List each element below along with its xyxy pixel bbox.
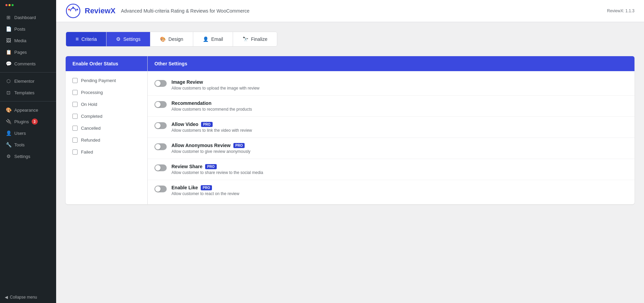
setting-image-review: Image Review Allow customers to upload t… xyxy=(148,75,634,96)
sidebar-item-plugins[interactable]: 🔌 Plugins 3 xyxy=(0,116,56,127)
sidebar-item-posts[interactable]: 📄 Posts xyxy=(0,23,56,35)
brand-name: ReviewX xyxy=(85,6,116,15)
sidebar-item-dashboard[interactable]: ⊞ Dashboard xyxy=(0,12,56,23)
finalize-icon: 🔭 xyxy=(243,36,248,42)
order-status-header-label: Enable Order Status xyxy=(72,61,118,66)
sidebar-item-label: Dashboard xyxy=(14,15,36,20)
list-item: Completed xyxy=(66,110,147,122)
refunded-checkbox[interactable] xyxy=(72,138,78,143)
media-icon: 🖼 xyxy=(5,37,12,44)
setting-allow-video: Allow Video PRO Allow customers to link … xyxy=(148,117,634,138)
sidebar-item-media[interactable]: 🖼 Media xyxy=(0,35,56,46)
review-share-pro-badge: PRO xyxy=(205,164,217,169)
list-item: Cancelled xyxy=(66,122,147,134)
completed-checkbox[interactable] xyxy=(72,114,78,119)
sidebar-item-label: Plugins xyxy=(14,119,29,124)
sidebar-divider-2 xyxy=(0,101,56,101)
allow-anonymous-toggle[interactable] xyxy=(154,143,167,150)
minimize-dot[interactable] xyxy=(9,4,11,6)
failed-checkbox[interactable] xyxy=(72,149,78,155)
list-item: Failed xyxy=(66,146,147,158)
maximize-dot[interactable] xyxy=(12,4,14,6)
cancelled-checkbox[interactable] xyxy=(72,126,78,131)
allow-anonymous-info: Allow Anonymous Review PRO Allow custome… xyxy=(171,143,628,154)
image-review-info: Image Review Allow customers to upload t… xyxy=(171,79,628,91)
review-share-name: Review Share xyxy=(171,164,202,169)
image-review-title-row: Image Review xyxy=(171,79,628,85)
list-item: Processing xyxy=(66,86,147,98)
completed-label: Completed xyxy=(81,114,102,119)
sidebar-item-label: Pages xyxy=(14,50,27,55)
brand-tagline: Advanced Multi-criteria Rating & Reviews… xyxy=(121,8,250,14)
sidebar-item-label: Users xyxy=(14,131,26,136)
tab-finalize[interactable]: 🔭 Finalize xyxy=(233,32,277,46)
dashboard-icon: ⊞ xyxy=(5,14,12,20)
recommendation-desc: Allow customers to recommend the product… xyxy=(171,107,628,112)
sidebar-item-templates[interactable]: ⊡ Templates xyxy=(0,87,56,98)
posts-icon: 📄 xyxy=(5,26,12,32)
image-review-desc: Allow customers to upload the image with… xyxy=(171,86,628,91)
pending-payment-checkbox[interactable] xyxy=(72,78,78,83)
failed-label: Failed xyxy=(81,149,93,155)
settings-icon: ⚙ xyxy=(5,153,12,159)
tab-email-label: Email xyxy=(211,36,223,42)
collapse-menu-button[interactable]: ◀ Collapse menu xyxy=(0,291,56,303)
sidebar-nav: ⊞ Dashboard 📄 Posts 🖼 Media 📋 Pages 💬 Co… xyxy=(0,10,56,291)
content-area: ≡ Criteria ⚙ Settings 🎨 Design 👤 Email 🔭… xyxy=(56,22,644,303)
close-dot[interactable] xyxy=(5,4,7,6)
allow-video-toggle[interactable] xyxy=(154,122,167,129)
comments-icon: 💬 xyxy=(5,61,12,67)
sidebar-item-label: Tools xyxy=(14,142,24,147)
window-controls xyxy=(0,0,56,10)
design-icon: 🎨 xyxy=(160,36,166,42)
plugins-icon: 🔌 xyxy=(5,118,12,125)
sidebar-item-users[interactable]: 👤 Users xyxy=(0,127,56,139)
recommendation-info: Recommendation Allow customers to recomm… xyxy=(171,100,628,112)
cancelled-label: Cancelled xyxy=(81,126,101,131)
setting-recommendation: Recommendation Allow customers to recomm… xyxy=(148,96,634,117)
sidebar-item-elementor[interactable]: ⬡ Elementor xyxy=(0,75,56,87)
other-settings-header-label: Other Settings xyxy=(154,61,187,66)
on-hold-checkbox[interactable] xyxy=(72,102,78,107)
image-review-toggle[interactable] xyxy=(154,80,167,87)
recommendation-toggle[interactable] xyxy=(154,101,167,108)
plugins-badge: 3 xyxy=(32,118,38,125)
review-share-toggle[interactable] xyxy=(154,164,167,171)
enable-like-name: Enable Like xyxy=(171,185,198,190)
tab-design[interactable]: 🎨 Design xyxy=(150,32,193,46)
sidebar-item-tools[interactable]: 🔧 Tools xyxy=(0,139,56,150)
pages-icon: 📋 xyxy=(5,49,12,55)
sidebar-item-appearance[interactable]: 🎨 Appearance xyxy=(0,104,56,116)
allow-anonymous-pro-badge: PRO xyxy=(233,143,245,148)
on-hold-label: On Hold xyxy=(81,102,97,107)
topbar: ReviewX Advanced Multi-criteria Rating &… xyxy=(56,0,644,22)
tab-settings-label: Settings xyxy=(123,36,141,42)
list-item: Refunded xyxy=(66,134,147,146)
sidebar-item-label: Comments xyxy=(14,61,36,66)
setting-review-share: Review Share PRO Allow customer to share… xyxy=(148,159,634,180)
sidebar-item-comments[interactable]: 💬 Comments xyxy=(0,58,56,69)
enable-like-title-row: Enable Like PRO xyxy=(171,185,628,190)
image-review-name: Image Review xyxy=(171,79,203,85)
processing-checkbox[interactable] xyxy=(72,90,78,95)
tab-criteria-label: Criteria xyxy=(81,36,97,42)
allow-video-info: Allow Video PRO Allow customers to link … xyxy=(171,122,628,133)
sidebar-item-settings[interactable]: ⚙ Settings xyxy=(0,150,56,162)
review-share-desc: Allow customer to share review to the so… xyxy=(171,170,628,175)
allow-video-desc: Allow customers to link the video with r… xyxy=(171,128,628,133)
enable-like-toggle[interactable] xyxy=(154,186,167,192)
allow-video-name: Allow Video xyxy=(171,122,198,127)
sidebar-item-pages[interactable]: 📋 Pages xyxy=(0,46,56,58)
allow-video-pro-badge: PRO xyxy=(201,122,213,127)
sidebar-item-label: Elementor xyxy=(14,79,34,84)
sidebar: ⊞ Dashboard 📄 Posts 🖼 Media 📋 Pages 💬 Co… xyxy=(0,0,56,303)
tab-email[interactable]: 👤 Email xyxy=(193,32,233,46)
list-item: On Hold xyxy=(66,98,147,110)
tab-criteria[interactable]: ≡ Criteria xyxy=(66,32,106,46)
other-settings-panel: Other Settings Image Review Allow custom… xyxy=(147,56,634,204)
order-status-list: Pending Payment Processing On Hold Compl… xyxy=(66,71,147,161)
templates-icon: ⊡ xyxy=(5,90,12,96)
collapse-menu-label: Collapse menu xyxy=(10,295,37,300)
allow-anonymous-name: Allow Anonymous Review xyxy=(171,143,231,148)
tab-settings[interactable]: ⚙ Settings xyxy=(106,32,150,46)
